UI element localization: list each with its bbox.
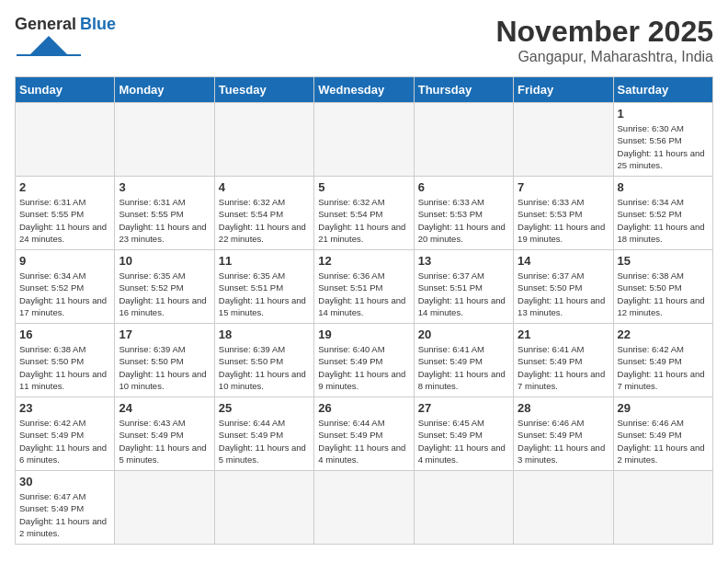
calendar-week-row: 16Sunrise: 6:38 AM Sunset: 5:50 PM Dayli…: [16, 324, 713, 397]
calendar-cell: 24Sunrise: 6:43 AM Sunset: 5:49 PM Dayli…: [115, 397, 214, 471]
day-number: 21: [518, 327, 609, 341]
calendar-cell: 1Sunrise: 6:30 AM Sunset: 5:56 PM Daylig…: [613, 103, 712, 177]
day-number: 23: [19, 401, 110, 415]
day-info: Sunrise: 6:44 AM Sunset: 5:49 PM Dayligh…: [219, 417, 310, 465]
calendar-cell: 23Sunrise: 6:42 AM Sunset: 5:49 PM Dayli…: [16, 397, 115, 471]
day-number: 22: [618, 327, 709, 341]
day-number: 18: [219, 327, 310, 341]
calendar-cell: 7Sunrise: 6:33 AM Sunset: 5:53 PM Daylig…: [514, 177, 613, 250]
day-info: Sunrise: 6:40 AM Sunset: 5:49 PM Dayligh…: [318, 343, 409, 392]
calendar-cell: [613, 471, 712, 545]
calendar-header-row: SundayMondayTuesdayWednesdayThursdayFrid…: [16, 77, 713, 103]
calendar-cell: 11Sunrise: 6:35 AM Sunset: 5:51 PM Dayli…: [214, 250, 313, 324]
calendar-cell: 27Sunrise: 6:45 AM Sunset: 5:49 PM Dayli…: [414, 397, 513, 471]
logo-text-general: General: [15, 15, 76, 34]
calendar-week-row: 30Sunrise: 6:47 AM Sunset: 5:49 PM Dayli…: [16, 471, 713, 545]
title-block: November 2025 Gangapur, Maharashtra, Ind…: [495, 15, 713, 65]
calendar-cell: 21Sunrise: 6:41 AM Sunset: 5:49 PM Dayli…: [514, 324, 613, 397]
calendar-cell: 9Sunrise: 6:34 AM Sunset: 5:52 PM Daylig…: [16, 250, 115, 324]
calendar-cell: 20Sunrise: 6:41 AM Sunset: 5:49 PM Dayli…: [414, 324, 513, 397]
calendar-title: November 2025: [495, 15, 713, 49]
day-number: 26: [318, 401, 409, 415]
page-header: General Blue November 2025 Gangapur, Mah…: [15, 15, 713, 65]
day-number: 24: [119, 401, 210, 415]
calendar-week-row: 23Sunrise: 6:42 AM Sunset: 5:49 PM Dayli…: [16, 397, 713, 471]
calendar-cell: [514, 471, 613, 545]
day-info: Sunrise: 6:41 AM Sunset: 5:49 PM Dayligh…: [518, 343, 609, 392]
calendar-cell: [115, 471, 214, 545]
logo: General Blue: [15, 15, 116, 56]
day-info: Sunrise: 6:39 AM Sunset: 5:50 PM Dayligh…: [219, 343, 310, 392]
calendar-cell: 6Sunrise: 6:33 AM Sunset: 5:53 PM Daylig…: [414, 177, 513, 250]
day-number: 17: [119, 327, 210, 341]
svg-rect-1: [17, 54, 81, 56]
calendar-table: SundayMondayTuesdayWednesdayThursdayFrid…: [15, 76, 713, 545]
svg-marker-0: [30, 36, 67, 54]
day-number: 27: [418, 401, 509, 415]
calendar-week-row: 2Sunrise: 6:31 AM Sunset: 5:55 PM Daylig…: [16, 177, 713, 250]
day-number: 6: [418, 180, 509, 194]
calendar-cell: 19Sunrise: 6:40 AM Sunset: 5:49 PM Dayli…: [314, 324, 414, 397]
calendar-cell: 28Sunrise: 6:46 AM Sunset: 5:49 PM Dayli…: [514, 397, 613, 471]
day-number: 11: [219, 254, 310, 268]
day-number: 25: [219, 401, 310, 415]
calendar-cell: 10Sunrise: 6:35 AM Sunset: 5:52 PM Dayli…: [115, 250, 214, 324]
calendar-cell: 14Sunrise: 6:37 AM Sunset: 5:50 PM Dayli…: [514, 250, 613, 324]
day-info: Sunrise: 6:31 AM Sunset: 5:55 PM Dayligh…: [19, 196, 110, 245]
calendar-cell: [214, 471, 313, 545]
day-number: 10: [119, 254, 210, 268]
logo-text-blue: Blue: [80, 15, 116, 34]
day-info: Sunrise: 6:42 AM Sunset: 5:49 PM Dayligh…: [19, 417, 110, 465]
day-header-thursday: Thursday: [414, 77, 513, 103]
day-number: 19: [318, 327, 409, 341]
calendar-cell: 26Sunrise: 6:44 AM Sunset: 5:49 PM Dayli…: [314, 397, 414, 471]
calendar-cell: 13Sunrise: 6:37 AM Sunset: 5:51 PM Dayli…: [414, 250, 513, 324]
day-info: Sunrise: 6:32 AM Sunset: 5:54 PM Dayligh…: [219, 196, 310, 245]
day-number: 14: [518, 254, 609, 268]
day-header-friday: Friday: [514, 77, 613, 103]
day-info: Sunrise: 6:34 AM Sunset: 5:52 PM Dayligh…: [618, 196, 709, 245]
calendar-cell: [16, 103, 115, 177]
day-header-wednesday: Wednesday: [314, 77, 414, 103]
day-header-tuesday: Tuesday: [214, 77, 313, 103]
calendar-cell: 25Sunrise: 6:44 AM Sunset: 5:49 PM Dayli…: [214, 397, 313, 471]
day-info: Sunrise: 6:37 AM Sunset: 5:50 PM Dayligh…: [518, 270, 609, 318]
calendar-subtitle: Gangapur, Maharashtra, India: [495, 49, 713, 65]
day-number: 2: [19, 180, 110, 194]
day-info: Sunrise: 6:33 AM Sunset: 5:53 PM Dayligh…: [518, 196, 609, 245]
day-info: Sunrise: 6:46 AM Sunset: 5:49 PM Dayligh…: [618, 417, 709, 465]
calendar-cell: 17Sunrise: 6:39 AM Sunset: 5:50 PM Dayli…: [115, 324, 214, 397]
day-info: Sunrise: 6:37 AM Sunset: 5:51 PM Dayligh…: [418, 270, 509, 318]
day-info: Sunrise: 6:43 AM Sunset: 5:49 PM Dayligh…: [119, 417, 210, 465]
calendar-cell: 12Sunrise: 6:36 AM Sunset: 5:51 PM Dayli…: [314, 250, 414, 324]
day-number: 9: [19, 254, 110, 268]
day-number: 30: [19, 475, 110, 488]
calendar-cell: 16Sunrise: 6:38 AM Sunset: 5:50 PM Dayli…: [16, 324, 115, 397]
calendar-cell: [214, 103, 313, 177]
calendar-cell: 18Sunrise: 6:39 AM Sunset: 5:50 PM Dayli…: [214, 324, 313, 397]
day-number: 12: [318, 254, 409, 268]
day-header-saturday: Saturday: [613, 77, 712, 103]
calendar-week-row: 1Sunrise: 6:30 AM Sunset: 5:56 PM Daylig…: [16, 103, 713, 177]
calendar-week-row: 9Sunrise: 6:34 AM Sunset: 5:52 PM Daylig…: [16, 250, 713, 324]
calendar-cell: [115, 103, 214, 177]
day-info: Sunrise: 6:31 AM Sunset: 5:55 PM Dayligh…: [119, 196, 210, 245]
day-number: 15: [618, 254, 709, 268]
calendar-cell: [314, 103, 414, 177]
day-info: Sunrise: 6:36 AM Sunset: 5:51 PM Dayligh…: [318, 270, 409, 318]
day-info: Sunrise: 6:38 AM Sunset: 5:50 PM Dayligh…: [19, 343, 110, 392]
calendar-cell: 2Sunrise: 6:31 AM Sunset: 5:55 PM Daylig…: [16, 177, 115, 250]
day-info: Sunrise: 6:41 AM Sunset: 5:49 PM Dayligh…: [418, 343, 509, 392]
day-header-sunday: Sunday: [16, 77, 115, 103]
calendar-cell: 29Sunrise: 6:46 AM Sunset: 5:49 PM Dayli…: [613, 397, 712, 471]
calendar-cell: 8Sunrise: 6:34 AM Sunset: 5:52 PM Daylig…: [613, 177, 712, 250]
day-info: Sunrise: 6:30 AM Sunset: 5:56 PM Dayligh…: [618, 122, 709, 171]
day-info: Sunrise: 6:44 AM Sunset: 5:49 PM Dayligh…: [318, 417, 409, 465]
day-info: Sunrise: 6:34 AM Sunset: 5:52 PM Dayligh…: [19, 270, 110, 318]
day-number: 3: [119, 180, 210, 194]
day-number: 5: [318, 180, 409, 194]
day-number: 16: [19, 327, 110, 341]
day-info: Sunrise: 6:33 AM Sunset: 5:53 PM Dayligh…: [418, 196, 509, 245]
day-number: 8: [618, 180, 709, 194]
calendar-cell: [414, 103, 513, 177]
